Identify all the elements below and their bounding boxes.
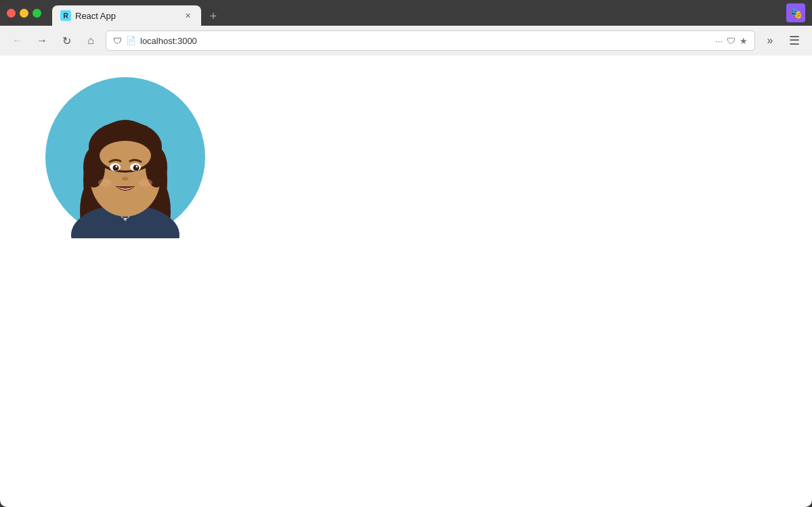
- hamburger-icon: ☰: [789, 33, 800, 48]
- pocket-icon[interactable]: 🛡: [727, 36, 735, 46]
- avatar-image: [44, 76, 207, 238]
- back-icon: ←: [12, 35, 23, 47]
- home-button[interactable]: ⌂: [81, 31, 100, 50]
- minimize-button[interactable]: [20, 9, 28, 18]
- bookmark-icon[interactable]: ★: [740, 36, 748, 46]
- address-text: localhost:3000: [140, 36, 711, 46]
- reload-icon: ↻: [62, 35, 71, 47]
- chevron-right-icon: »: [767, 35, 773, 47]
- tab-title: React App: [75, 11, 178, 21]
- overflow-button[interactable]: »: [761, 31, 779, 50]
- svg-point-16: [116, 166, 118, 168]
- svg-point-18: [122, 177, 129, 181]
- address-actions: ··· 🛡 ★: [715, 36, 748, 46]
- svg-point-14: [113, 165, 119, 171]
- tab-favicon: R: [60, 10, 71, 21]
- shield-icon: 🛡: [113, 36, 122, 46]
- page-icon: 📄: [126, 36, 136, 45]
- forward-icon: →: [37, 35, 47, 47]
- svg-point-15: [133, 165, 140, 171]
- svg-point-17: [136, 166, 138, 168]
- title-bar: R React App ✕ + 🎭: [0, 0, 812, 26]
- toolbar-right: 🎭: [786, 3, 805, 22]
- svg-point-19: [98, 179, 112, 187]
- new-tab-button[interactable]: +: [204, 7, 223, 26]
- svg-point-11: [100, 141, 151, 171]
- reload-button[interactable]: ↻: [57, 31, 76, 50]
- tabs-bar: R React App ✕ +: [52, 0, 781, 26]
- maximize-button[interactable]: [33, 9, 41, 18]
- traffic-lights: [7, 9, 41, 18]
- avatar-container: [44, 76, 207, 238]
- back-button[interactable]: ←: [8, 31, 27, 50]
- page-content: [0, 56, 812, 507]
- address-bar[interactable]: 🛡 📄 localhost:3000 ··· 🛡 ★: [106, 30, 755, 51]
- menu-button[interactable]: ☰: [785, 31, 804, 50]
- forward-button[interactable]: →: [33, 31, 51, 50]
- home-icon: ⌂: [87, 35, 94, 47]
- svg-point-20: [139, 179, 152, 187]
- browser-window: R React App ✕ + 🎭 ← → ↻ ⌂ 🛡 📄 loc: [0, 0, 812, 507]
- tab-close-button[interactable]: ✕: [182, 10, 193, 21]
- extension-button[interactable]: 🎭: [786, 3, 805, 22]
- close-button[interactable]: [7, 9, 16, 18]
- nav-bar: ← → ↻ ⌂ 🛡 📄 localhost:3000 ··· 🛡 ★ » ☰: [0, 26, 812, 56]
- extension-icon: 🎭: [789, 7, 803, 20]
- address-more-button[interactable]: ···: [715, 36, 723, 46]
- active-tab[interactable]: R React App ✕: [52, 5, 201, 26]
